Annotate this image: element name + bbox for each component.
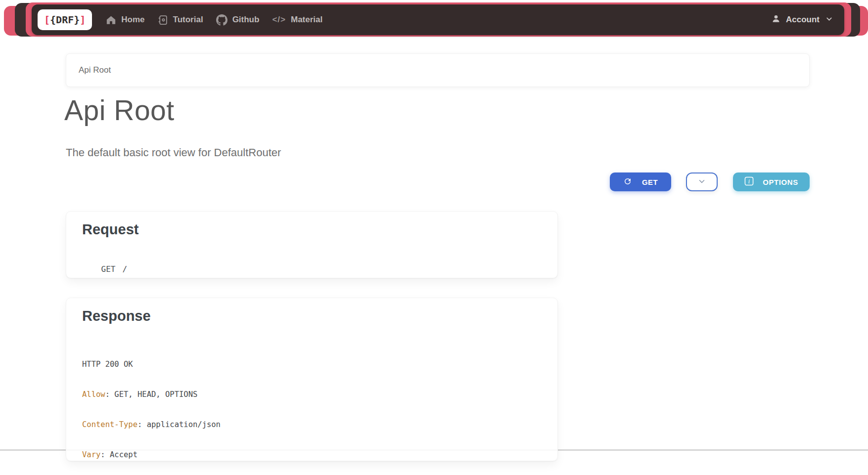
- breadcrumb: Api Root: [66, 53, 810, 87]
- github-icon: [216, 14, 228, 26]
- drf-logo[interactable]: [{DRF}]: [38, 9, 92, 30]
- nav-item-material[interactable]: </> Material: [272, 15, 322, 25]
- refresh-icon: [623, 177, 632, 187]
- header-line-content-type: Content-Type: application/json: [82, 420, 542, 430]
- header-line-allow: Allow: GET, HEAD, OPTIONS: [82, 389, 542, 399]
- person-icon: [772, 14, 780, 25]
- header-line-vary: Vary: Accept: [82, 450, 542, 460]
- options-button-label: OPTIONS: [763, 178, 798, 186]
- response-panel: Response HTTP 200 OK Allow: GET, HEAD, O…: [66, 298, 558, 461]
- code-icon: </>: [272, 15, 286, 25]
- logo-close-bracket: ]: [80, 14, 86, 26]
- nav-item-label: Material: [291, 15, 322, 25]
- get-button[interactable]: GET: [610, 173, 671, 191]
- chevron-down-icon: [697, 177, 706, 187]
- nav-item-github[interactable]: Github: [216, 14, 260, 26]
- svg-text:i: i: [748, 178, 750, 185]
- logo-open-bracket: [: [44, 14, 50, 26]
- account-menu[interactable]: Account: [772, 14, 833, 25]
- status-line: HTTP 200 OK: [82, 359, 542, 369]
- nav-item-label: Home: [121, 15, 144, 25]
- page-subtitle: The default basic root view for DefaultR…: [66, 146, 281, 159]
- navbar: [{DRF}] Home Tutorial Github: [32, 4, 844, 35]
- breadcrumb-item-api-root[interactable]: Api Root: [79, 65, 111, 75]
- nav-item-label: Github: [232, 15, 260, 25]
- request-line: GET/: [82, 255, 542, 283]
- page-title: Api Root: [64, 94, 175, 127]
- nav-item-tutorial[interactable]: Tutorial: [158, 15, 203, 25]
- request-method: GET: [101, 264, 116, 274]
- home-icon: [106, 15, 116, 25]
- logo-text: {DRF}: [50, 14, 80, 26]
- request-panel: Request GET/: [66, 211, 558, 278]
- nav-item-home[interactable]: Home: [106, 15, 144, 25]
- response-heading: Response: [82, 308, 542, 324]
- get-format-dropdown-button[interactable]: [686, 173, 718, 191]
- tutorial-icon: [158, 15, 168, 25]
- nav-links: Home Tutorial Github </> Material: [106, 14, 322, 26]
- get-button-label: GET: [642, 178, 658, 186]
- chevron-down-icon: [825, 15, 833, 25]
- account-label: Account: [786, 15, 820, 25]
- request-heading: Request: [82, 221, 542, 238]
- response-body: HTTP 200 OK Allow: GET, HEAD, OPTIONS Co…: [82, 339, 542, 475]
- info-square-icon: i: [744, 176, 754, 187]
- options-button[interactable]: i OPTIONS: [733, 173, 810, 191]
- request-path: /: [122, 264, 127, 274]
- nav-item-label: Tutorial: [173, 15, 203, 25]
